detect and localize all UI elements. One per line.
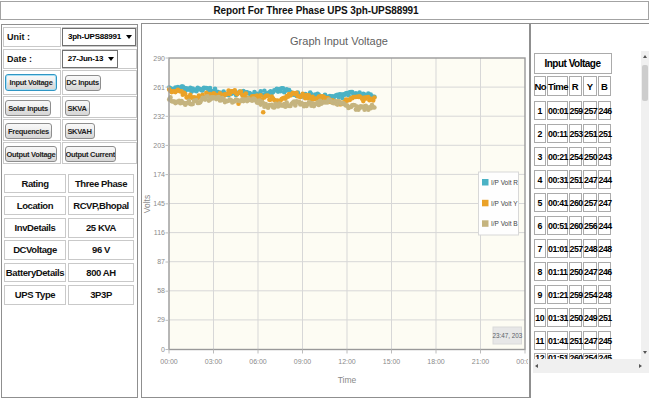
svg-text:Time: Time bbox=[338, 375, 357, 385]
svg-text:18:00: 18:00 bbox=[427, 358, 445, 365]
svg-text:Volts: Volts bbox=[142, 195, 152, 213]
svg-text:0: 0 bbox=[161, 346, 165, 353]
svg-text:116: 116 bbox=[154, 229, 165, 236]
svg-text:23:47, 203: 23:47, 203 bbox=[493, 332, 523, 339]
svg-text:58: 58 bbox=[157, 287, 165, 294]
svg-text:Graph Input Voltage: Graph Input Voltage bbox=[290, 35, 388, 47]
svg-text:15:00: 15:00 bbox=[383, 358, 401, 365]
svg-text:290: 290 bbox=[153, 55, 165, 62]
svg-text:87: 87 bbox=[157, 258, 165, 265]
svg-text:03:00: 03:00 bbox=[205, 358, 223, 365]
svg-text:00:00: 00:00 bbox=[160, 358, 178, 365]
svg-text:232: 232 bbox=[153, 113, 165, 120]
svg-text:145: 145 bbox=[153, 200, 165, 207]
svg-text:261: 261 bbox=[153, 84, 165, 91]
svg-text:174: 174 bbox=[153, 171, 165, 178]
svg-text:29: 29 bbox=[157, 316, 165, 323]
svg-text:06:00: 06:00 bbox=[249, 358, 267, 365]
svg-text:I/P Volt B: I/P Volt B bbox=[491, 220, 518, 227]
svg-text:21:00: 21:00 bbox=[472, 358, 490, 365]
svg-text:203: 203 bbox=[153, 142, 165, 149]
svg-text:09:00: 09:00 bbox=[294, 358, 312, 365]
svg-text:I/P Volt Y: I/P Volt Y bbox=[491, 200, 518, 207]
svg-text:12:00: 12:00 bbox=[338, 358, 356, 365]
svg-text:00:00: 00:00 bbox=[516, 358, 528, 365]
svg-text:I/P Volt R: I/P Volt R bbox=[491, 179, 518, 186]
